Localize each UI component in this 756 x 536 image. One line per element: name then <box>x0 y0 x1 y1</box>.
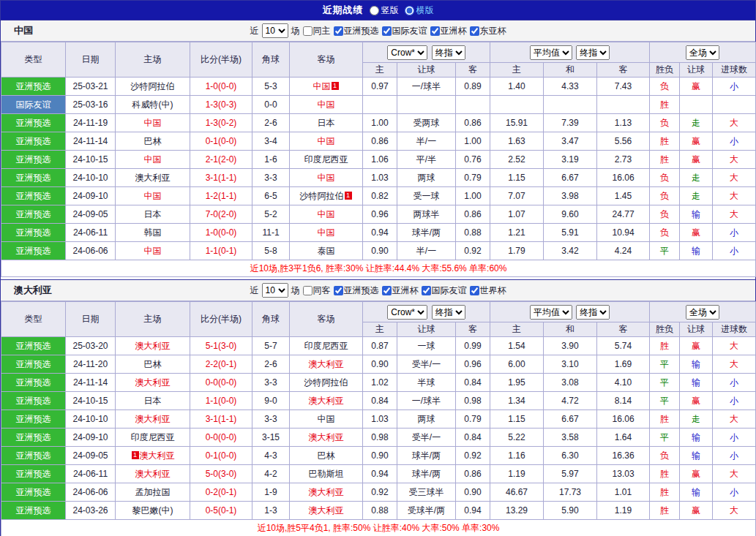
section-team-name: 澳大利亚 <box>14 284 52 297</box>
competition-checkbox-2[interactable] <box>382 26 392 36</box>
away-team-cell: 澳大利亚 <box>290 355 363 374</box>
handicap-home-odds-cell: 0.88 <box>363 502 397 520</box>
competition-filter-3[interactable]: 亚洲杯 <box>430 25 467 37</box>
near-label: 近 <box>250 284 259 297</box>
subcol-avg-away: 客 <box>597 63 650 78</box>
corner-cell: 6-5 <box>252 187 290 205</box>
match-type-cell: 亚洲预选 <box>1 429 66 447</box>
vertical-layout-label: 竖版 <box>381 4 399 17</box>
score-cell: 1-0(0-0) <box>190 78 252 96</box>
away-team-cell: 泰国 <box>290 242 363 260</box>
average-time-select[interactable]: 终指 <box>576 45 610 60</box>
avg-home-odds-cell: 1.40 <box>490 78 544 96</box>
handicap-result-cell: 走 <box>680 410 713 429</box>
team-section-australia: 澳大利亚 近 10 场 同客 亚洲预选 亚洲杯 <box>1 279 755 536</box>
odds-company-select[interactable]: Crow* <box>387 305 427 320</box>
odds-time-select[interactable]: 终指 <box>432 45 465 60</box>
handicap-result-cell: 输 <box>680 242 713 260</box>
handicap-line-cell: 受半/一 <box>397 429 456 447</box>
score-cell: 0-2(0-1) <box>190 483 252 502</box>
match-date-cell: 24-11-14 <box>66 132 116 151</box>
competition-checkbox-3[interactable] <box>422 286 431 295</box>
away-team-cell: 中国 <box>290 410 363 429</box>
horizontal-layout-radio[interactable] <box>405 6 414 15</box>
competition-label-3: 国际友谊 <box>432 284 467 297</box>
corner-cell: 4-2 <box>252 465 290 483</box>
handicap-away-odds-cell: 1.00 <box>456 132 490 151</box>
competition-filter-3[interactable]: 国际友谊 <box>422 284 467 297</box>
avg-draw-odds-cell: 7.39 <box>544 114 597 132</box>
match-type-cell: 亚洲预选 <box>1 410 66 429</box>
handicap-home-odds-cell: 0.90 <box>363 242 397 260</box>
score-cell: 1-1(0-0) <box>190 392 252 410</box>
goals-result-cell: 小 <box>713 483 756 502</box>
competition-checkbox-4[interactable] <box>470 286 479 295</box>
avg-home-odds-cell: 5.22 <box>490 429 544 447</box>
away-team-cell: 日本 <box>290 114 363 132</box>
home-team-cell: 澳大利亚 <box>116 337 190 355</box>
score-cell: 1-3(0-2) <box>190 114 252 132</box>
avg-draw-odds-cell: 4.72 <box>544 392 597 410</box>
handicap-away-odds-cell: 0.89 <box>456 78 490 96</box>
handicap-result-cell: 赢 <box>680 132 713 151</box>
same-venue-filter[interactable]: 同客 <box>303 284 331 297</box>
recent-count-select[interactable]: 10 <box>262 283 288 298</box>
layout-horizontal-option[interactable]: 横版 <box>405 4 434 17</box>
competition-filter-2[interactable]: 国际友谊 <box>382 25 427 37</box>
competition-checkbox-1[interactable] <box>334 286 343 295</box>
match-type-cell: 亚洲预选 <box>1 392 66 410</box>
avg-home-odds-cell: 1.54 <box>490 337 544 355</box>
team-name: 巴林 <box>144 359 162 369</box>
home-team-cell: 澳大利亚 <box>116 374 190 392</box>
away-team-cell: 中国 <box>290 132 363 151</box>
layout-vertical-option[interactable]: 竖版 <box>370 4 399 17</box>
team-name: 澳大利亚 <box>309 432 344 442</box>
average-time-select[interactable]: 终指 <box>576 305 610 320</box>
average-select[interactable]: 平均值 <box>530 45 572 60</box>
fulltime-select[interactable]: 全场 <box>686 305 719 320</box>
competition-filter-4[interactable]: 世界杯 <box>470 284 506 297</box>
same-venue-filter[interactable]: 同主 <box>303 25 331 37</box>
goals-result-cell: 大 <box>713 169 756 187</box>
games-label: 场 <box>291 25 300 37</box>
handicap-line-cell: 受一球 <box>397 187 456 205</box>
col-away: 客场 <box>290 302 363 337</box>
match-row: 亚洲预选24-10-10澳大利亚3-1(1-1)3-3中国1.03两球0.791… <box>1 169 756 187</box>
competition-checkbox-4[interactable] <box>470 26 479 36</box>
competition-filter-2[interactable]: 亚洲杯 <box>382 284 419 297</box>
handicap-line-cell: 球半/两 <box>397 465 456 483</box>
score-cell: 1-2(1-1) <box>190 187 252 205</box>
match-type-cell: 亚洲预选 <box>1 242 66 260</box>
subcol-avg-draw: 和 <box>544 63 597 78</box>
team-name: 澳大利亚 <box>135 414 171 424</box>
match-row: 亚洲预选25-03-21沙特阿拉伯1-0(0-0)5-3中国10.97一/球半0… <box>1 78 756 96</box>
result-cell: 平 <box>650 355 680 374</box>
match-date-cell: 24-10-15 <box>66 151 116 169</box>
col-type: 类型 <box>1 302 66 337</box>
fulltime-group: 全场 <box>650 302 756 322</box>
vertical-layout-radio[interactable] <box>370 6 379 15</box>
home-team-cell: 巴林 <box>116 355 190 374</box>
same-venue-checkbox[interactable] <box>303 286 312 295</box>
competition-checkbox-2[interactable] <box>382 286 392 295</box>
competition-filter-1[interactable]: 亚洲预选 <box>334 25 379 37</box>
fulltime-select[interactable]: 全场 <box>686 45 719 60</box>
handicap-result-cell: 输 <box>680 374 713 392</box>
competition-filter-1[interactable]: 亚洲预选 <box>334 284 379 297</box>
team-name: 澳大利亚 <box>135 377 171 388</box>
competition-checkbox-3[interactable] <box>430 26 440 36</box>
same-venue-checkbox[interactable] <box>303 26 312 36</box>
result-cell: 负 <box>650 187 680 205</box>
competition-checkbox-1[interactable] <box>334 26 343 36</box>
competition-filter-4[interactable]: 东亚杯 <box>470 25 506 37</box>
odds-time-select[interactable]: 终指 <box>432 305 465 320</box>
recent-count-select[interactable]: 10 <box>262 23 288 38</box>
handicap-away-odds-cell: 0.98 <box>456 392 490 410</box>
team-name: 韩国 <box>144 227 162 238</box>
corner-cell: 3-3 <box>252 374 290 392</box>
near-label: 近 <box>250 25 259 37</box>
handicap-line-cell: 一球 <box>397 337 456 355</box>
table-header-row: 类型 日期 主场 比分(半场) 角球 客场 Crow* 终指 平均值 终指 <box>1 42 756 63</box>
average-select[interactable]: 平均值 <box>530 305 572 320</box>
odds-company-select[interactable]: Crow* <box>387 45 427 60</box>
